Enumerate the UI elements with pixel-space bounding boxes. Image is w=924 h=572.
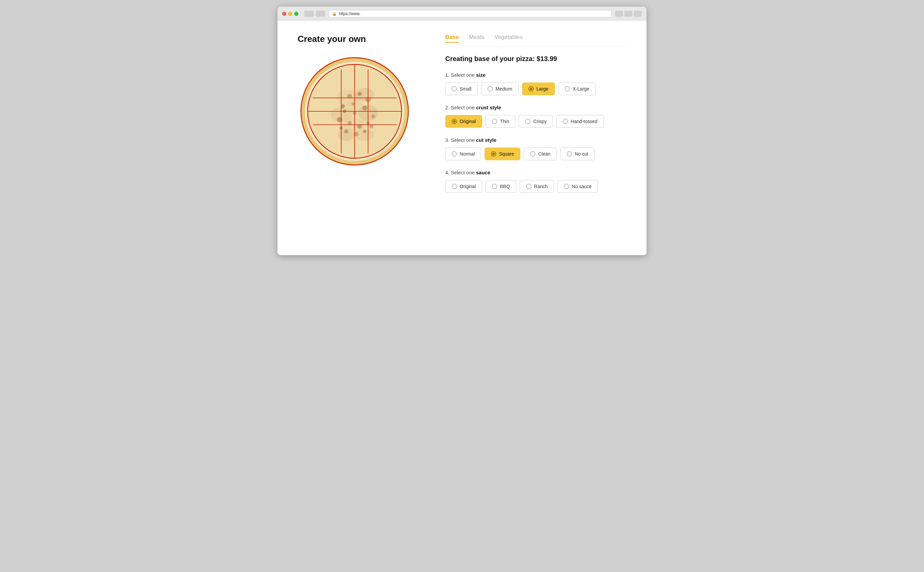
page-title: Create your own xyxy=(298,34,425,44)
radio-medium xyxy=(488,86,493,92)
radio-bbq xyxy=(492,184,497,189)
section-crust: 2. Select one crust style Original Thin … xyxy=(445,105,626,128)
left-panel: Create your own xyxy=(298,34,425,235)
section-size: 1. Select one size Small Medium Large xyxy=(445,72,626,95)
option-clean[interactable]: Clean xyxy=(524,148,557,160)
radio-nocut xyxy=(567,151,572,157)
tabs-nav: Base Meats Vegetables xyxy=(445,34,626,47)
option-ranch[interactable]: Ranch xyxy=(520,180,554,193)
section-cut-label: 3. Select one cut style xyxy=(445,137,626,143)
section-cut: 3. Select one cut style Normal Square Cl… xyxy=(445,137,626,160)
close-button[interactable] xyxy=(282,12,286,16)
svg-point-17 xyxy=(371,114,375,118)
browser-content: Create your own xyxy=(277,20,647,255)
add-tab-button[interactable] xyxy=(634,11,642,17)
svg-point-24 xyxy=(363,130,366,133)
browser-titlebar: 🔒 https://www. xyxy=(277,7,647,20)
radio-original-sauce xyxy=(452,184,457,189)
pizza-svg xyxy=(298,54,412,168)
radio-crispy xyxy=(525,119,530,124)
section-crust-label: 2. Select one crust style xyxy=(445,105,626,110)
minimize-button[interactable] xyxy=(288,12,292,16)
option-square[interactable]: Square xyxy=(485,148,520,160)
radio-ranch xyxy=(526,184,531,189)
section-sauce-label: 4. Select one sauce xyxy=(445,169,626,176)
lock-icon: 🔒 xyxy=(332,12,337,16)
browser-window: 🔒 https://www. Create your own xyxy=(277,7,647,255)
svg-point-22 xyxy=(344,129,348,134)
option-thin[interactable]: Thin xyxy=(486,115,515,128)
option-xlarge[interactable]: X-Large xyxy=(558,82,596,95)
option-handtossed[interactable]: Hand-tossed xyxy=(556,115,604,128)
option-crispy[interactable]: Crispy xyxy=(519,115,553,128)
radio-clean xyxy=(530,151,536,157)
option-original-crust[interactable]: Original xyxy=(445,115,482,128)
radio-xlarge xyxy=(565,86,570,92)
forward-button[interactable] xyxy=(316,11,325,17)
maximize-button[interactable] xyxy=(294,12,298,16)
url-text: https://www. xyxy=(339,11,361,16)
browser-toolbar-right xyxy=(615,11,642,17)
radio-normal xyxy=(452,151,457,157)
section-sauce: 4. Select one sauce Original BBQ Ranch xyxy=(445,169,626,193)
option-nosause[interactable]: No sauce xyxy=(557,180,598,193)
price-title: Creating base of your pizza: $13.99 xyxy=(445,55,626,63)
browser-controls xyxy=(304,11,325,17)
radio-large xyxy=(528,86,534,92)
sauce-options: Original BBQ Ranch No sauce xyxy=(445,180,626,193)
traffic-lights xyxy=(282,12,298,16)
svg-point-16 xyxy=(362,106,367,110)
radio-square xyxy=(491,151,496,157)
radio-small xyxy=(452,86,457,92)
tab-base[interactable]: Base xyxy=(445,34,459,43)
back-button[interactable] xyxy=(304,11,314,17)
option-small[interactable]: Small xyxy=(445,82,478,95)
share-button[interactable] xyxy=(615,11,623,17)
size-options: Small Medium Large X-Large xyxy=(445,82,626,95)
section-size-label: 1. Select one size xyxy=(445,72,626,78)
radio-nosause xyxy=(564,184,569,189)
radio-thin xyxy=(492,119,497,124)
address-bar[interactable]: 🔒 https://www. xyxy=(329,10,612,17)
option-large[interactable]: Large xyxy=(522,82,555,95)
menu-button[interactable] xyxy=(624,11,633,17)
option-original-sauce[interactable]: Original xyxy=(445,180,482,193)
option-bbq[interactable]: BBQ xyxy=(486,180,516,193)
option-medium[interactable]: Medium xyxy=(481,82,519,95)
option-normal[interactable]: Normal xyxy=(445,148,481,160)
svg-point-12 xyxy=(358,92,361,96)
svg-point-15 xyxy=(351,102,355,106)
cut-options: Normal Square Clean No cut xyxy=(445,148,626,160)
radio-original-crust xyxy=(452,119,457,124)
tab-meats[interactable]: Meats xyxy=(469,34,485,43)
option-nocut[interactable]: No cut xyxy=(560,148,595,160)
right-panel: Base Meats Vegetables Creating base of y… xyxy=(445,34,626,235)
pizza-visual xyxy=(298,54,412,168)
crust-options: Original Thin Crispy Hand-tossed xyxy=(445,115,626,128)
radio-handtossed xyxy=(563,119,568,124)
tab-vegetables[interactable]: Vegetables xyxy=(494,34,523,43)
